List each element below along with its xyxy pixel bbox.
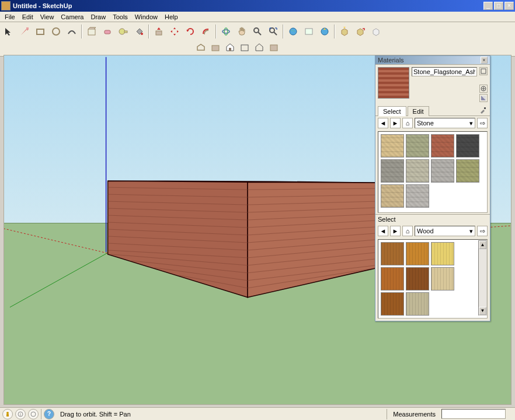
menu-file[interactable]: File	[1, 12, 19, 22]
toggle-terrain[interactable]	[301, 24, 316, 39]
style-builder-6[interactable]	[267, 40, 281, 54]
style-builder-5[interactable]	[252, 40, 266, 54]
nav-back-button-2[interactable]: ◄	[378, 226, 388, 236]
materials-panel[interactable]: Materials × Select Edit ◄ ► ⌂ Stone ▾ ⇨ …	[375, 55, 490, 321]
menu-camera[interactable]: Camera	[57, 12, 87, 22]
wood-walnut[interactable]	[406, 267, 429, 290]
scroll-down-icon[interactable]: ▼	[479, 307, 486, 315]
details-button[interactable]: ⇨	[477, 118, 488, 128]
tape-tool[interactable]	[116, 24, 131, 39]
move-tool[interactable]	[167, 24, 182, 39]
svg-rect-21	[270, 45, 277, 51]
close-button[interactable]: ×	[504, 2, 514, 10]
stone-sandstone[interactable]	[381, 134, 404, 158]
scroll-up-icon[interactable]: ▲	[479, 241, 486, 249]
get-models[interactable]	[337, 24, 352, 39]
menu-help[interactable]: Help	[161, 12, 182, 22]
pan-tool[interactable]	[234, 24, 249, 39]
default-material-icon[interactable]	[479, 94, 488, 102]
rectangle-tool[interactable]	[33, 24, 48, 39]
maximize-button[interactable]: □	[494, 2, 503, 10]
offset-tool[interactable]	[199, 24, 214, 39]
menu-draw[interactable]: Draw	[87, 12, 109, 22]
wood-pine[interactable]	[431, 267, 454, 290]
status-separator	[41, 409, 41, 419]
minimize-button[interactable]: _	[483, 2, 493, 10]
stone-gray[interactable]	[406, 184, 429, 208]
chevron-down-icon: ▾	[469, 228, 473, 235]
style-builder-3[interactable]	[223, 40, 237, 54]
stone-cobble[interactable]	[381, 159, 404, 183]
materials-panel-title: Materials	[378, 57, 404, 64]
paint-bucket[interactable]	[131, 24, 147, 39]
orbit-tool[interactable]	[218, 24, 234, 39]
home-icon: ⌂	[406, 120, 410, 127]
scroll-track[interactable]	[479, 249, 486, 307]
instructor-icon[interactable]	[2, 409, 13, 419]
stone-concrete[interactable]	[431, 159, 454, 183]
svg-point-2	[53, 28, 60, 35]
menu-window[interactable]: Window	[131, 12, 161, 22]
stone-moss[interactable]	[406, 134, 429, 158]
materials-panel-titlebar[interactable]: Materials ×	[375, 56, 490, 65]
status-bar: i ? Drag to orbit. Shift = Pan Measureme…	[0, 407, 515, 420]
add-location[interactable]	[286, 24, 301, 39]
stone-beige[interactable]	[381, 184, 404, 208]
current-material-preview[interactable]	[378, 67, 409, 99]
measurements-input[interactable]	[441, 409, 506, 419]
display-secondary-pane-icon[interactable]	[479, 67, 488, 75]
preview-matchphoto[interactable]	[317, 24, 332, 39]
stone-flagstone[interactable]	[431, 134, 454, 158]
library-dropdown-2[interactable]: Wood ▾	[415, 226, 475, 236]
close-icon[interactable]: ×	[481, 57, 488, 64]
stone-dark[interactable]	[456, 134, 479, 158]
menu-view[interactable]: View	[37, 12, 58, 22]
zoom-extents[interactable]	[266, 24, 281, 39]
eraser-tool[interactable]	[100, 24, 115, 39]
wood-oak[interactable]	[406, 242, 429, 265]
style-builder-1[interactable]	[194, 40, 208, 54]
nav-forward-button[interactable]: ►	[390, 118, 401, 128]
material-name-input[interactable]	[412, 67, 477, 76]
line-tool[interactable]	[17, 24, 32, 39]
circle-tool[interactable]	[48, 24, 64, 39]
nav-home-button[interactable]: ⌂	[402, 118, 413, 128]
tab-edit[interactable]: Edit	[408, 106, 429, 116]
svg-rect-1	[37, 29, 44, 34]
wood-scrollbar[interactable]: ▲ ▼	[478, 240, 487, 316]
nav-back-button[interactable]: ◄	[378, 118, 388, 128]
pushpull-tool[interactable]	[151, 24, 166, 39]
arc-tool[interactable]	[64, 24, 79, 39]
library-dropdown[interactable]: Stone ▾	[415, 118, 475, 128]
help-icon[interactable]: ?	[44, 409, 54, 419]
tab-select[interactable]: Select	[378, 106, 406, 116]
wood-yellow[interactable]	[431, 242, 454, 265]
share-component[interactable]	[368, 24, 384, 39]
geo-icon[interactable]	[28, 409, 39, 419]
style-builder-4[interactable]	[238, 40, 252, 54]
details-button-2[interactable]: ⇨	[477, 226, 488, 236]
zoom-tool[interactable]	[250, 24, 265, 39]
eyedropper-icon[interactable]	[479, 107, 488, 115]
style-builder-2[interactable]	[208, 40, 222, 54]
stone-tile[interactable]	[406, 159, 429, 183]
nav-forward-button-2[interactable]: ►	[390, 226, 401, 236]
make-component[interactable]	[84, 24, 99, 39]
nav-home-button-2[interactable]: ⌂	[402, 226, 413, 236]
info-icon[interactable]: i	[15, 409, 26, 419]
menu-tools[interactable]: Tools	[109, 12, 131, 22]
chevron-right-icon: ►	[392, 228, 399, 235]
rotate-tool[interactable]	[183, 24, 198, 39]
wood-cherry[interactable]	[381, 242, 404, 265]
svg-point-10	[224, 28, 228, 35]
menu-edit[interactable]: Edit	[19, 12, 37, 22]
wood-mahogany[interactable]	[381, 292, 404, 316]
create-material-icon[interactable]	[479, 85, 488, 93]
svg-rect-0	[26, 27, 29, 30]
svg-rect-65	[6, 414, 9, 416]
wood-osb[interactable]	[406, 292, 429, 316]
share-model[interactable]	[353, 24, 368, 39]
stone-pebble[interactable]	[456, 159, 479, 183]
wood-teak[interactable]	[381, 267, 404, 290]
select-tool[interactable]	[1, 24, 16, 39]
